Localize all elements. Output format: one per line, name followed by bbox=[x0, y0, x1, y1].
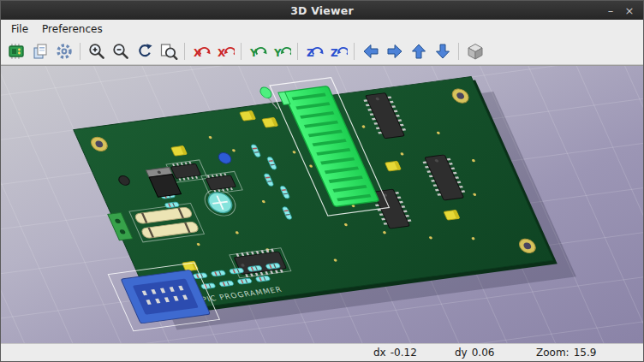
dy-label: dy bbox=[455, 347, 468, 359]
redraw-button[interactable] bbox=[133, 39, 156, 62]
rotate-z-ccw-icon: Z bbox=[329, 42, 348, 61]
zoom-out-button[interactable] bbox=[109, 39, 132, 62]
rotate-z-ccw-button[interactable]: Z bbox=[326, 39, 349, 62]
close-button[interactable]: × bbox=[623, 3, 636, 17]
toolbar-separator bbox=[458, 43, 459, 60]
rotate-x-cw-icon: X bbox=[192, 42, 211, 61]
minimize-button[interactable]: – bbox=[604, 3, 617, 17]
redraw-icon bbox=[135, 42, 154, 61]
menu-preferences[interactable]: Preferences bbox=[35, 21, 110, 37]
rotate-x-ccw-button[interactable]: X bbox=[213, 39, 236, 62]
toolbar-separator bbox=[241, 43, 242, 60]
dx-label: dx bbox=[373, 347, 386, 359]
dx-value: -0.12 bbox=[391, 347, 417, 359]
dy-value: 0.06 bbox=[472, 347, 495, 359]
menu-file[interactable]: File bbox=[4, 21, 35, 37]
rotate-y-cw-button[interactable]: Y bbox=[246, 39, 269, 62]
menu-bar: File Preferences bbox=[1, 20, 643, 38]
toolbar-separator bbox=[354, 43, 355, 60]
gear-icon bbox=[55, 42, 74, 61]
arrow-left-icon bbox=[361, 42, 380, 61]
3d-viewer-window: 3D Viewer – × File Preferences bbox=[0, 0, 644, 362]
zoom-fit-button[interactable] bbox=[157, 39, 180, 62]
title-bar[interactable]: 3D Viewer – × bbox=[1, 1, 643, 20]
render-options-button[interactable] bbox=[52, 39, 75, 62]
window-controls: – × bbox=[604, 3, 643, 17]
zoom-value: 15.9 bbox=[574, 347, 597, 359]
toolbar-separator bbox=[297, 43, 298, 60]
toolbar-separator bbox=[184, 43, 185, 60]
zoom-fit-icon bbox=[159, 42, 178, 61]
rotate-x-ccw-icon: X bbox=[216, 42, 235, 61]
rotate-y-cw-icon: Y bbox=[248, 42, 267, 61]
status-dy: dy 0.06 bbox=[455, 347, 536, 359]
status-dx: dx -0.12 bbox=[373, 347, 455, 359]
move-down-button[interactable] bbox=[431, 39, 454, 62]
svg-text:Y: Y bbox=[273, 47, 282, 59]
move-up-button[interactable] bbox=[407, 39, 430, 62]
zoom-in-button[interactable] bbox=[85, 39, 108, 62]
copy-image-button[interactable] bbox=[28, 39, 51, 62]
arrow-up-icon bbox=[409, 42, 428, 61]
pcb-3d-render: PIC PROGRAMMER bbox=[1, 66, 643, 343]
window-title: 3D Viewer bbox=[1, 4, 643, 17]
zoom-in-icon bbox=[87, 42, 106, 61]
rotate-y-ccw-icon: Y bbox=[272, 42, 291, 61]
move-left-button[interactable] bbox=[359, 39, 382, 62]
zoom-label: Zoom: bbox=[536, 347, 569, 359]
rotate-z-cw-icon: Z bbox=[305, 42, 324, 61]
rotate-z-cw-button[interactable]: Z bbox=[302, 39, 325, 62]
orthographic-view-button[interactable] bbox=[463, 39, 486, 62]
viewport-3d[interactable]: PIC PROGRAMMER bbox=[1, 65, 643, 343]
tool-bar: X X Y Y bbox=[1, 38, 643, 65]
toolbar-separator bbox=[80, 43, 80, 60]
arrow-down-icon bbox=[433, 42, 452, 61]
board-icon bbox=[7, 42, 26, 61]
move-right-button[interactable] bbox=[383, 39, 406, 62]
arrow-right-icon bbox=[385, 42, 404, 61]
zoom-out-icon bbox=[111, 42, 130, 61]
cube-icon bbox=[466, 42, 485, 61]
copy-icon bbox=[31, 42, 50, 61]
reload-board-button[interactable] bbox=[4, 39, 27, 62]
status-bar: dx -0.12 dy 0.06 Zoom: 15.9 bbox=[1, 343, 643, 361]
status-zoom: Zoom: 15.9 bbox=[536, 347, 617, 359]
svg-text:Z: Z bbox=[331, 47, 338, 59]
rotate-x-cw-button[interactable]: X bbox=[189, 39, 212, 62]
rotate-y-ccw-button[interactable]: Y bbox=[270, 39, 293, 62]
